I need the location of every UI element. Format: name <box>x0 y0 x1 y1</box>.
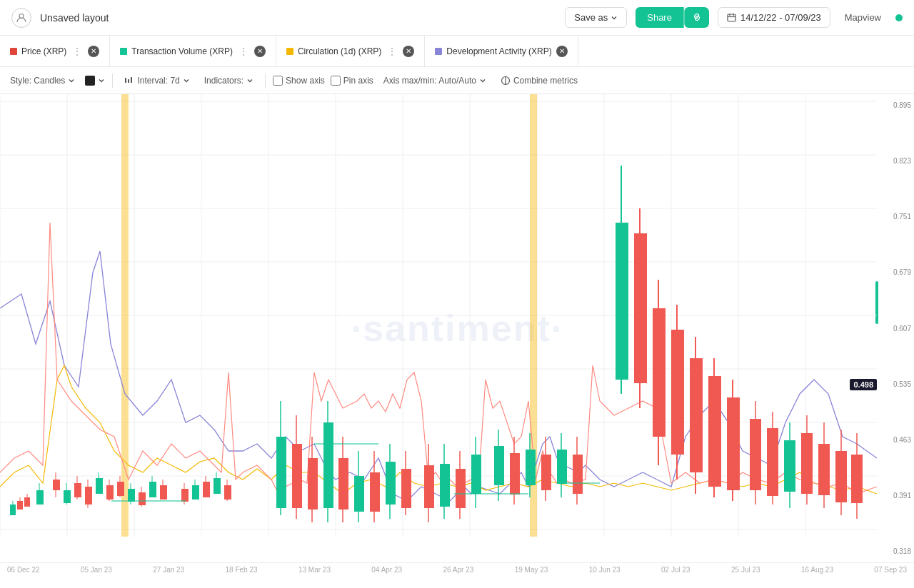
date-range-button[interactable]: 14/12/22 - 07/09/23 <box>718 7 830 28</box>
svg-rect-91 <box>401 469 411 508</box>
svg-rect-43 <box>53 480 60 490</box>
svg-rect-37 <box>17 501 23 510</box>
svg-rect-53 <box>106 485 114 500</box>
online-indicator <box>895 14 903 21</box>
share-link-button[interactable] <box>684 7 709 28</box>
svg-rect-107 <box>541 455 551 490</box>
svg-rect-61 <box>149 482 156 497</box>
svg-rect-109 <box>557 450 567 484</box>
svg-rect-129 <box>767 428 778 496</box>
metric-dots-txvolume[interactable]: ⋮ <box>237 46 250 57</box>
metric-dots-price[interactable]: ⋮ <box>71 46 84 57</box>
metric-close-circulation[interactable]: ✕ <box>403 46 414 57</box>
svg-rect-113 <box>616 223 628 380</box>
metric-tab-price[interactable]: Price (XRP) ⋮ ✕ <box>0 36 110 66</box>
metric-label-devactivity: Development Activity (XRP) <box>446 46 551 56</box>
dev-activity-line <box>0 251 877 501</box>
svg-rect-133 <box>801 433 813 494</box>
svg-rect-139 <box>851 455 863 503</box>
indicators-dropdown[interactable]: Indicators: <box>200 74 258 88</box>
svg-rect-39 <box>24 497 30 507</box>
svg-rect-119 <box>671 330 684 455</box>
toolbar-separator-1 <box>112 74 113 88</box>
svg-rect-117 <box>653 308 666 437</box>
pin-axis-toggle[interactable]: Pin axis <box>331 76 373 86</box>
svg-rect-105 <box>526 450 536 485</box>
mapview-button[interactable]: Mapview <box>839 8 887 27</box>
svg-rect-71 <box>214 478 221 494</box>
axis-right: 0.895 0.823 0.751 0.679 0.607 0.535 0.46… <box>877 94 914 562</box>
chart-svg <box>0 94 877 537</box>
metric-color-txvolume <box>120 48 127 55</box>
layout-title: Unsaved layout <box>40 12 109 24</box>
metric-tab-devactivity[interactable]: Development Activity (XRP) ✕ <box>425 36 578 66</box>
pin-axis-checkbox[interactable] <box>331 76 341 86</box>
combine-metrics-button[interactable]: Combine metrics <box>496 74 582 88</box>
interval-dropdown[interactable]: Interval: 7d <box>120 74 194 88</box>
svg-rect-65 <box>181 489 189 502</box>
svg-rect-115 <box>634 233 647 383</box>
svg-rect-127 <box>750 419 761 490</box>
svg-rect-93 <box>424 465 434 508</box>
style-chevron-icon <box>68 77 75 84</box>
circulation-line <box>0 365 877 494</box>
svg-rect-51 <box>96 478 103 494</box>
svg-rect-6 <box>128 79 129 83</box>
style-dropdown[interactable]: Style: Candles <box>6 74 79 88</box>
svg-rect-131 <box>784 440 795 492</box>
metric-color-price <box>10 48 17 55</box>
metric-close-devactivity[interactable]: ✕ <box>556 46 568 57</box>
axis-maxmin-dropdown[interactable]: Axis max/min: Auto/Auto <box>379 74 491 88</box>
svg-rect-7 <box>131 77 132 83</box>
metric-color-devactivity <box>435 48 442 55</box>
svg-rect-32 <box>121 94 129 537</box>
svg-rect-111 <box>573 455 583 494</box>
svg-rect-97 <box>456 469 466 508</box>
candlesticks <box>10 166 863 522</box>
save-as-button[interactable]: Save as <box>565 7 627 28</box>
metric-color-circulation <box>286 48 293 55</box>
svg-rect-81 <box>323 422 333 508</box>
svg-rect-35 <box>10 505 16 515</box>
metric-label-circulation: Circulation (1d) (XRP) <box>298 46 381 56</box>
svg-rect-69 <box>203 482 210 497</box>
svg-rect-85 <box>354 476 364 512</box>
svg-rect-121 <box>690 358 703 472</box>
svg-rect-95 <box>440 464 450 507</box>
metrics-bar: Price (XRP) ⋮ ✕ Transaction Volume (XRP)… <box>0 36 914 67</box>
svg-rect-47 <box>74 483 81 497</box>
svg-rect-73 <box>224 485 231 500</box>
show-axis-checkbox[interactable] <box>273 76 283 86</box>
svg-rect-5 <box>125 78 126 83</box>
svg-rect-77 <box>292 444 302 508</box>
share-button[interactable]: Share <box>636 7 684 28</box>
interval-icon <box>124 76 134 86</box>
color-picker[interactable] <box>85 76 105 86</box>
svg-rect-75 <box>276 437 286 508</box>
combine-icon <box>501 76 511 86</box>
maxmin-chevron-icon <box>479 77 486 84</box>
svg-rect-103 <box>510 453 520 495</box>
chevron-down-icon <box>611 14 618 21</box>
grid-lines <box>0 94 877 537</box>
metric-label-price: Price (XRP) <box>21 46 66 56</box>
svg-rect-59 <box>139 492 146 505</box>
metric-label-txvolume: Transaction Volume (XRP) <box>131 46 233 56</box>
metric-tab-circulation[interactable]: Circulation (1d) (XRP) ⋮ ✕ <box>276 36 425 66</box>
indicators-chevron-icon <box>246 77 253 84</box>
metric-dots-circulation[interactable]: ⋮ <box>386 46 398 57</box>
user-avatar[interactable] <box>11 8 31 28</box>
svg-rect-99 <box>471 455 481 494</box>
link-icon <box>692 13 702 23</box>
show-axis-toggle[interactable]: Show axis <box>273 76 325 86</box>
interval-chevron-icon <box>183 77 190 84</box>
metric-tab-txvolume[interactable]: Transaction Volume (XRP) ⋮ ✕ <box>110 36 276 66</box>
color-chevron-icon <box>98 77 105 84</box>
header: Unsaved layout Save as Share 14/12/22 - … <box>0 0 914 36</box>
svg-rect-89 <box>386 462 396 505</box>
svg-rect-87 <box>370 472 380 512</box>
tx-volume-line <box>0 223 877 494</box>
svg-rect-45 <box>64 490 71 503</box>
metric-close-txvolume[interactable]: ✕ <box>254 46 266 57</box>
metric-close-price[interactable]: ✕ <box>88 46 99 57</box>
